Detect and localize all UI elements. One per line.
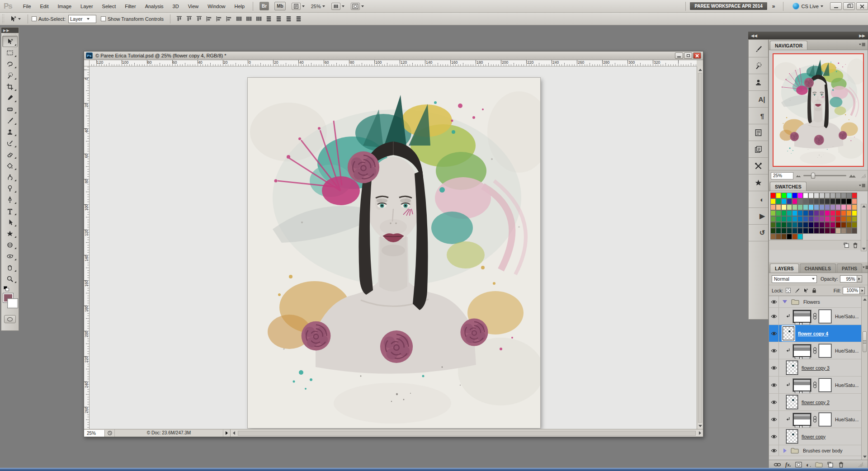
distribute-left-edges-button[interactable] [264,14,274,24]
auto-align-layers-button[interactable] [293,14,303,24]
color-swatch[interactable] [787,234,792,240]
color-swatch[interactable] [808,198,814,204]
color-swatch[interactable] [835,198,841,204]
color-swatch[interactable] [776,198,781,204]
current-tool-icon[interactable] [9,15,21,23]
layer-visibility-toggle[interactable] [769,308,779,325]
layer-row[interactable]: Brushes over body [769,445,861,456]
crop-tool[interactable] [2,81,18,92]
menu-item[interactable]: View [184,2,203,11]
navigator-zoom-slider[interactable] [803,175,846,176]
distribute-horizontal-centers-button[interactable] [274,14,283,24]
ruler-origin-corner[interactable] [84,60,90,66]
notes-panel-icon[interactable] [749,141,768,158]
slider-thumb[interactable] [811,173,815,179]
3d-rotate-tool[interactable] [2,239,18,250]
layer-row[interactable]: flower copy [769,428,861,445]
menu-item[interactable]: Help [230,2,249,11]
drag-grip[interactable] [2,14,5,24]
adjustment-layer-thumbnail[interactable] [793,413,811,426]
adjustment-layer-thumbnail[interactable] [793,379,811,391]
panel-menu-icon[interactable] [859,42,866,48]
clone-stamp-tool[interactable] [2,126,18,137]
color-swatch[interactable] [776,216,781,222]
color-swatch[interactable] [819,210,825,216]
layer-name[interactable]: Hue/Satu... [835,348,859,353]
align-horizontal-centers-button[interactable] [214,14,224,24]
color-swatch[interactable] [846,210,852,216]
color-swatch[interactable] [846,198,852,204]
character-panel-icon[interactable]: A| [749,91,768,108]
scroll-down-arrow[interactable] [862,248,866,250]
color-swatch[interactable] [825,216,830,222]
color-swatch[interactable] [797,193,803,198]
color-swatch[interactable] [776,228,781,234]
layer-visibility-toggle[interactable] [769,296,779,307]
layer-row[interactable]: flower copy 3 [769,359,861,377]
app-restore-button[interactable] [843,2,855,10]
color-swatch[interactable] [770,216,776,222]
quick-mask-button[interactable] [4,315,16,323]
menu-item[interactable]: Layer [76,2,98,11]
color-swatch[interactable] [814,193,819,198]
path-selection-tool[interactable] [2,217,18,228]
status-options-arrow[interactable] [223,429,231,437]
lock-image-button[interactable] [793,287,800,294]
color-swatch[interactable] [852,193,857,198]
color-swatch[interactable] [835,204,841,210]
color-swatch[interactable] [841,198,846,204]
color-swatch[interactable] [819,193,825,198]
color-swatch[interactable] [770,222,776,228]
layer-visibility-toggle[interactable] [769,359,779,376]
lasso-tool[interactable] [2,58,18,70]
menu-item[interactable]: Filter [120,2,140,11]
layer-name[interactable]: Hue/Satu... [835,382,859,388]
color-swatch[interactable] [835,210,841,216]
layer-row[interactable]: Hue/Satu... [769,411,861,428]
adjustment-layer-thumbnail[interactable] [793,310,811,323]
navigator-proxy-view[interactable] [774,54,863,166]
color-swatch[interactable] [819,198,825,204]
color-swatch[interactable] [825,228,830,234]
color-swatch[interactable] [781,228,787,234]
tools-panel-icon[interactable] [749,158,768,174]
color-swatch[interactable] [792,198,797,204]
panel-resize-grip[interactable] [859,462,863,467]
opacity-field[interactable]: 95% [840,275,857,283]
history-brush-tool[interactable] [2,137,18,149]
drag-grip[interactable] [4,33,16,35]
color-swatch[interactable] [814,216,819,222]
color-swatch[interactable] [797,216,803,222]
group-collapsed-triangle[interactable] [783,448,787,453]
auto-select-target-dropdown[interactable]: Layer [68,15,96,23]
show-transform-controls-checkbox[interactable] [101,16,106,21]
color-swatch[interactable] [819,222,825,228]
panel-menu-icon[interactable] [859,183,866,189]
scroll-down-arrow[interactable] [697,423,703,429]
workspace-switcher-button[interactable]: PAREE WORKSPACE APR 2014 [689,2,767,10]
color-swatch[interactable] [770,234,776,240]
align-vertical-centers-button[interactable] [184,14,194,24]
color-swatch[interactable] [776,222,781,228]
workspace-overflow-button[interactable]: » [772,3,775,9]
distribute-top-edges-button[interactable] [234,14,244,24]
layer-row[interactable]: flower copy 4 [769,325,861,342]
rectangular-marquee-tool[interactable] [2,47,18,58]
layer-thumbnail[interactable] [786,395,798,409]
blend-mode-dropdown[interactable]: Normal [772,275,817,283]
lock-position-button[interactable] [802,287,809,294]
color-swatch[interactable] [792,228,797,234]
new-swatch-button[interactable] [843,242,849,248]
tab-swatches[interactable]: SWATCHES [770,182,807,191]
color-swatch[interactable] [814,204,819,210]
eraser-tool[interactable] [2,149,18,160]
layer-row[interactable]: Hue/Satu... [769,377,861,394]
pen-tool[interactable] [2,194,18,205]
menu-item[interactable]: Edit [36,2,53,11]
color-swatch[interactable] [781,193,787,198]
eyedropper-tool[interactable] [2,92,18,104]
distribute-right-edges-button[interactable] [283,14,293,24]
auto-select-checkbox[interactable] [32,16,37,21]
layer-name[interactable]: Brushes over body [803,448,843,453]
color-swatch[interactable] [841,204,846,210]
